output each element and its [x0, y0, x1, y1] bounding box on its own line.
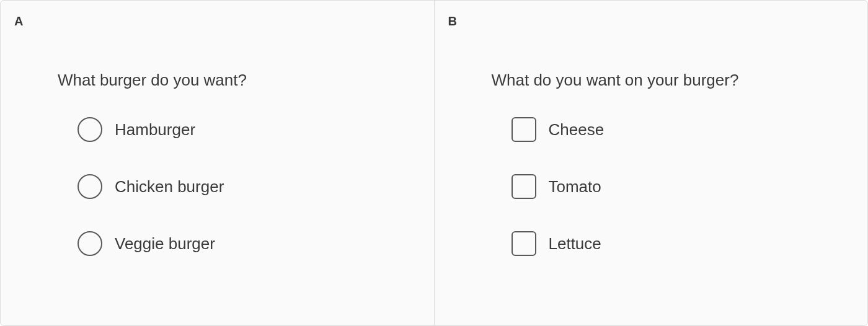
- radio-icon: [78, 117, 102, 142]
- panel-a: A What burger do you want? Hamburger Chi…: [1, 1, 434, 325]
- panel-b: B What do you want on your burger? Chees…: [434, 1, 868, 325]
- checkbox-option-lettuce[interactable]: Lettuce: [512, 231, 811, 256]
- panel-a-options: Hamburger Chicken burger Veggie burger: [58, 117, 377, 256]
- panel-a-question: What burger do you want?: [58, 71, 377, 90]
- checkbox-icon: [512, 231, 536, 256]
- radio-option-chicken-burger[interactable]: Chicken burger: [78, 174, 377, 199]
- panel-a-label: A: [14, 14, 420, 29]
- radio-option-hamburger[interactable]: Hamburger: [78, 117, 377, 142]
- option-label: Lettuce: [549, 234, 601, 253]
- checkbox-icon: [512, 174, 536, 199]
- option-label: Chicken burger: [115, 177, 224, 196]
- checkbox-option-cheese[interactable]: Cheese: [512, 117, 811, 142]
- comparison-container: A What burger do you want? Hamburger Chi…: [0, 0, 868, 326]
- radio-option-veggie-burger[interactable]: Veggie burger: [78, 231, 377, 256]
- checkbox-option-tomato[interactable]: Tomato: [512, 174, 811, 199]
- option-label: Hamburger: [115, 120, 195, 139]
- panel-a-content: What burger do you want? Hamburger Chick…: [14, 33, 420, 256]
- radio-icon: [78, 231, 102, 256]
- panel-b-content: What do you want on your burger? Cheese …: [448, 33, 854, 256]
- checkbox-icon: [512, 117, 536, 142]
- option-label: Veggie burger: [115, 234, 215, 253]
- option-label: Tomato: [549, 177, 601, 196]
- option-label: Cheese: [549, 120, 604, 139]
- panel-b-question: What do you want on your burger?: [492, 71, 811, 90]
- panel-b-options: Cheese Tomato Lettuce: [492, 117, 811, 256]
- panel-b-label: B: [448, 14, 854, 29]
- radio-icon: [78, 174, 102, 199]
